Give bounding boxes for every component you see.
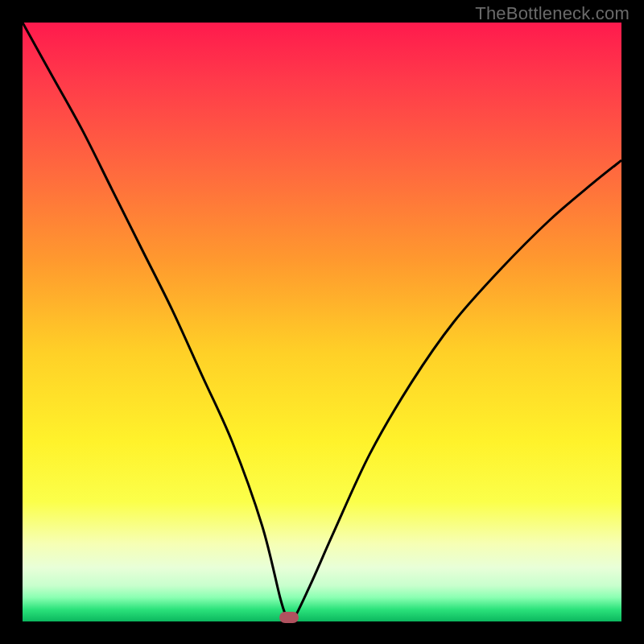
bottleneck-curve [23, 23, 621, 621]
optimum-marker [279, 612, 299, 623]
chart-frame: TheBottleneck.com [0, 0, 644, 644]
plot-area [23, 23, 621, 621]
watermark-text: TheBottleneck.com [475, 3, 630, 24]
curve-path [23, 23, 621, 621]
